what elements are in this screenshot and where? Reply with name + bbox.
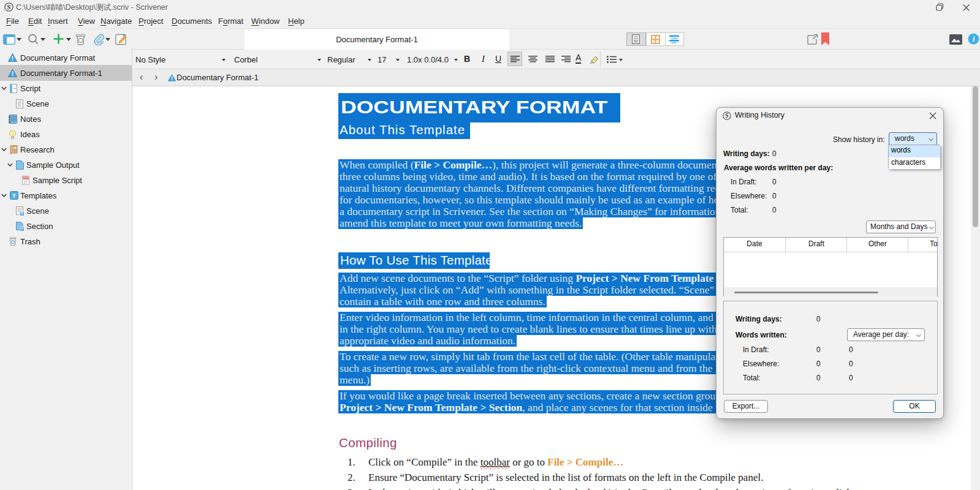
svg-text:i: i [973, 34, 975, 43]
svg-text:S: S [7, 4, 11, 10]
svg-text:T: T [12, 192, 16, 199]
svg-text:S: S [725, 113, 728, 119]
svg-text:PDF: PDF [23, 177, 28, 179]
